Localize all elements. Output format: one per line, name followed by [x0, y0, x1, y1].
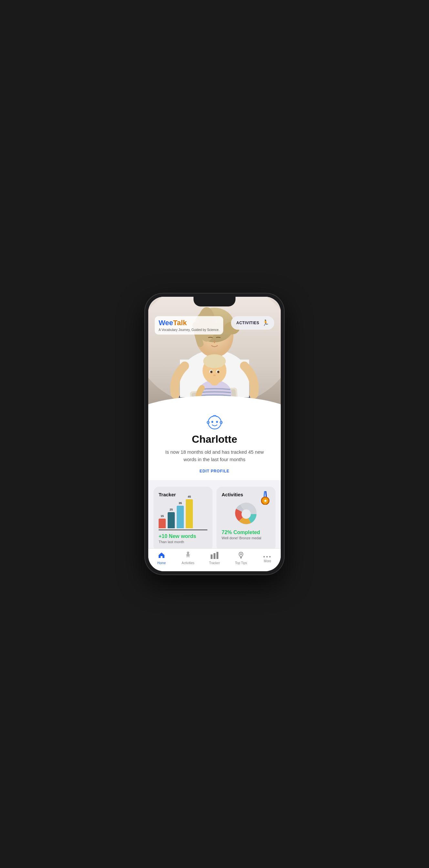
nav-home[interactable]: Home: [152, 551, 171, 565]
more-nav-icon: ●●●: [263, 553, 272, 558]
bar-group-2: 25: [168, 508, 175, 528]
svg-text:★: ★: [264, 499, 267, 503]
hero-section: WeeTalk A Vocabulary Journey, Guided by …: [148, 297, 281, 413]
bar-chart: 15 25 35 45: [159, 501, 207, 530]
home-icon: [158, 551, 165, 560]
toptips-nav-icon: [237, 551, 245, 560]
bar-label-4: 45: [188, 495, 191, 498]
logo-area: WeeTalk A Vocabulary Journey, Guided by …: [155, 316, 223, 335]
tracker-card: Tracker 15 25 35: [153, 487, 213, 548]
svg-point-21: [217, 371, 219, 373]
phone-frame: WeeTalk A Vocabulary Journey, Guided by …: [145, 293, 284, 575]
bar-label-1: 15: [160, 515, 164, 518]
svg-point-35: [241, 509, 251, 519]
bar-2: [168, 512, 175, 528]
svg-point-20: [210, 371, 213, 373]
more-nav-label: More: [264, 559, 271, 563]
bottom-nav: Home Activities: [148, 548, 281, 571]
activities-sub: Well done! Bronze medal: [222, 536, 270, 540]
activities-btn-label: ACTIVITIES: [236, 321, 259, 325]
baby-face-icon: [206, 413, 223, 431]
tracker-sub: Than last month: [159, 540, 207, 544]
nav-activities[interactable]: Activities: [178, 551, 198, 565]
medal-icon: ★: [259, 491, 271, 505]
tracker-stat: +10 New words: [159, 533, 207, 539]
screen-content: WeeTalk A Vocabulary Journey, Guided by …: [148, 297, 281, 548]
child-description: Is now 18 months old and has tracked 45 …: [163, 448, 266, 463]
bar-4: [186, 499, 193, 528]
pie-chart-container: [222, 501, 270, 527]
child-name: Charlotte: [155, 433, 274, 445]
svg-point-22: [213, 375, 216, 376]
notch: [193, 297, 236, 306]
svg-marker-30: [265, 491, 267, 497]
svg-rect-37: [211, 554, 213, 559]
activities-btn-icon: 🏃: [262, 319, 269, 327]
bar-3: [177, 506, 184, 528]
cards-section: Tracker 15 25 35: [148, 480, 281, 548]
activities-card: Activities ★: [216, 487, 276, 548]
svg-rect-38: [214, 553, 215, 559]
logo-tagline: A Vocabulary Journey, Guided by Science.: [159, 328, 219, 332]
pie-chart: [233, 501, 259, 527]
activities-nav-label: Activities: [182, 561, 194, 565]
bar-group-1: 15: [159, 515, 166, 528]
activities-stat: 72% Completed: [222, 530, 270, 535]
tracker-card-title: Tracker: [159, 492, 207, 497]
activities-header-button[interactable]: ACTIVITIES 🏃: [231, 316, 274, 330]
home-label: Home: [157, 561, 166, 565]
logo-text: WeeTalk: [159, 319, 219, 327]
svg-rect-39: [216, 552, 218, 559]
bar-1: [159, 519, 166, 528]
svg-point-17: [203, 354, 226, 368]
bar-group-4: 45: [186, 495, 193, 528]
header-overlay: WeeTalk A Vocabulary Journey, Guided by …: [148, 311, 281, 339]
svg-marker-29: [264, 491, 265, 497]
svg-point-27: [211, 421, 213, 423]
logo-wee: Wee: [159, 319, 173, 327]
phone-screen: WeeTalk A Vocabulary Journey, Guided by …: [148, 297, 281, 571]
svg-point-36: [187, 552, 189, 554]
tracker-nav-label: Tracker: [209, 561, 220, 565]
logo-talk: Talk: [173, 319, 187, 327]
bar-label-2: 25: [170, 508, 173, 511]
tracker-nav-icon: [210, 551, 219, 560]
svg-point-28: [216, 421, 218, 423]
nav-toptips[interactable]: Top Tips: [231, 551, 251, 565]
bar-group-3: 35: [177, 501, 184, 528]
svg-point-24: [208, 416, 221, 429]
bar-label-3: 35: [179, 501, 182, 505]
activities-nav-icon: [184, 551, 192, 560]
profile-section: Charlotte Is now 18 months old and has t…: [148, 413, 281, 480]
nav-more[interactable]: ●●● More: [258, 553, 277, 563]
edit-profile-link[interactable]: EDIT PROFILE: [200, 469, 229, 473]
toptips-nav-label: Top Tips: [235, 561, 247, 565]
nav-tracker[interactable]: Tracker: [205, 551, 224, 565]
